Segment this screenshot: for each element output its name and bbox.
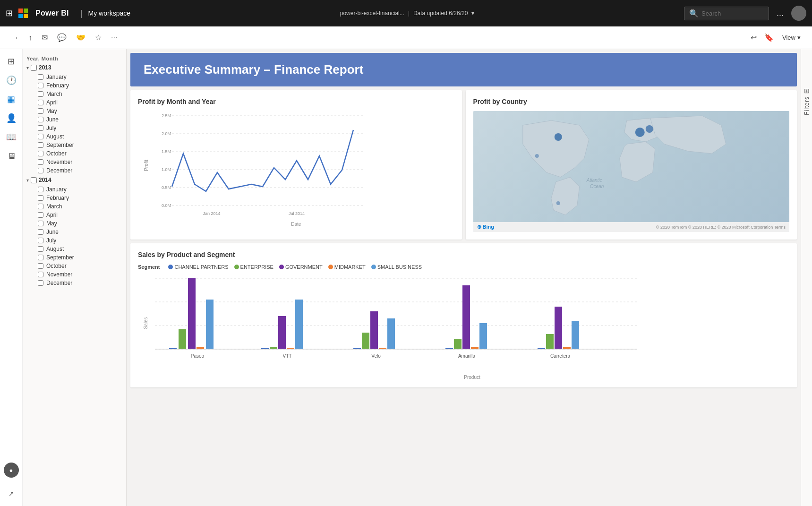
data-updated: Data updated 6/26/20 bbox=[413, 10, 468, 17]
filter-month-dec-2013[interactable]: December bbox=[23, 166, 126, 175]
filter-month-may-2014[interactable]: May bbox=[23, 219, 126, 228]
nav-people-icon[interactable]: 👤 bbox=[3, 110, 20, 127]
nav-recent-icon[interactable]: 🕐 bbox=[3, 72, 20, 89]
more-options-button[interactable]: ... bbox=[773, 7, 787, 20]
filter-month-sep-2014[interactable]: September bbox=[23, 253, 126, 262]
small-business-dot bbox=[371, 265, 376, 269]
teams-icon[interactable]: 🤝 bbox=[72, 30, 89, 45]
apps-icon[interactable]: ⊞ bbox=[6, 8, 13, 18]
filter-month-apr-2013[interactable]: April bbox=[23, 98, 126, 107]
file-info: power-bi-excel-financial... | Data updat… bbox=[340, 10, 475, 17]
svg-text:Amarilla: Amarilla bbox=[458, 353, 476, 359]
more-toolbar-icon[interactable]: ··· bbox=[107, 31, 121, 45]
svg-text:Ocean: Ocean bbox=[590, 184, 604, 189]
microsoft-logo bbox=[18, 9, 28, 18]
filter-month-nov-2014[interactable]: November bbox=[23, 270, 126, 279]
svg-rect-48 bbox=[479, 323, 487, 349]
checkbox-2014[interactable] bbox=[31, 177, 37, 183]
map-background: Atlantic Ocean bbox=[473, 111, 790, 222]
bookmark-icon[interactable]: 🔖 bbox=[761, 31, 777, 44]
nav-avatar[interactable]: ● bbox=[4, 463, 19, 478]
right-filter-panel[interactable]: ⊞ Filters bbox=[801, 49, 812, 506]
svg-point-16 bbox=[554, 133, 562, 141]
view-button[interactable]: View ▾ bbox=[778, 32, 804, 43]
svg-text:Jul 2014: Jul 2014 bbox=[289, 211, 305, 216]
filter-month-sep-2013[interactable]: September bbox=[23, 141, 126, 149]
report-header: Executive Summary – Finance Report bbox=[130, 53, 797, 86]
filter-month-oct-2013[interactable]: October bbox=[23, 149, 126, 158]
search-box[interactable]: 🔍 bbox=[684, 7, 769, 20]
map-attribution[interactable]: © 2020 TomTom © 2020 HERE; © 2020 Micros… bbox=[656, 225, 786, 230]
svg-rect-38 bbox=[295, 300, 303, 349]
filter-month-may-2013[interactable]: May bbox=[23, 107, 126, 115]
svg-text:Velo: Velo bbox=[371, 353, 381, 359]
svg-rect-53 bbox=[572, 321, 579, 349]
checkbox-2013[interactable] bbox=[31, 65, 37, 71]
view-label: View bbox=[782, 34, 795, 41]
svg-point-20 bbox=[645, 125, 653, 133]
star-icon[interactable]: ☆ bbox=[91, 30, 105, 45]
svg-rect-43 bbox=[387, 318, 395, 349]
email-icon[interactable]: ✉ bbox=[38, 30, 51, 45]
filter-month-jul-2014[interactable]: July bbox=[23, 236, 126, 245]
sales-x-label: Product bbox=[155, 375, 789, 380]
search-input[interactable] bbox=[701, 10, 764, 17]
filter-panel: Year, Month ▾ 2013 January February Marc… bbox=[23, 49, 127, 506]
filter-month-dec-2014[interactable]: December bbox=[23, 279, 126, 287]
share-icon[interactable]: ↑ bbox=[25, 31, 36, 45]
segment-legend-label: Segment bbox=[138, 264, 160, 270]
filter-month-jan-2014[interactable]: January bbox=[23, 185, 126, 194]
user-avatar[interactable] bbox=[791, 6, 806, 21]
sales-product-chart: Sales by Product and Segment Segment CHA… bbox=[130, 243, 797, 387]
profit-y-label: Profit bbox=[144, 160, 149, 171]
filter-month-jun-2013[interactable]: June bbox=[23, 115, 126, 124]
svg-rect-45 bbox=[454, 339, 462, 349]
svg-rect-30 bbox=[179, 329, 186, 349]
back-icon[interactable]: → bbox=[8, 31, 23, 45]
filter-month-feb-2014[interactable]: February bbox=[23, 194, 126, 202]
nav-home-icon[interactable]: ⊞ bbox=[3, 53, 20, 70]
filter-month-jun-2014[interactable]: June bbox=[23, 228, 126, 236]
legend-channel-partners: CHANNEL PARTNERS bbox=[168, 264, 228, 270]
undo-icon[interactable]: ↩ bbox=[748, 31, 760, 44]
profit-month-chart: Profit by Month and Year Profit 2.5M 2.0… bbox=[130, 90, 462, 240]
svg-text:VTT: VTT bbox=[283, 353, 292, 359]
filter-year-2014[interactable]: ▾ 2014 bbox=[23, 175, 126, 185]
nav-book-icon[interactable]: 📖 bbox=[3, 129, 20, 146]
nav-dashboard-icon[interactable]: ▦ bbox=[3, 91, 20, 108]
filter-month-apr-2014[interactable]: April bbox=[23, 211, 126, 219]
svg-text:Atlantic: Atlantic bbox=[586, 178, 602, 183]
legend-government: GOVERNMENT bbox=[279, 264, 323, 270]
filter-month-jul-2013[interactable]: July bbox=[23, 124, 126, 132]
svg-rect-51 bbox=[555, 307, 562, 349]
charts-grid: Profit by Month and Year Profit 2.5M 2.0… bbox=[127, 86, 801, 391]
svg-text:2.0M: 2.0M bbox=[162, 131, 171, 136]
svg-text:2.5M: 2.5M bbox=[162, 113, 171, 118]
powerbi-brand: Power BI bbox=[35, 9, 69, 17]
legend-small-business: SMALL BUSINESS bbox=[371, 264, 422, 270]
svg-rect-41 bbox=[370, 311, 378, 349]
filter-month-aug-2013[interactable]: August bbox=[23, 132, 126, 141]
filter-month-feb-2013[interactable]: February bbox=[23, 81, 126, 90]
sales-y-label: Sales bbox=[143, 317, 148, 329]
filter-month-mar-2013[interactable]: March bbox=[23, 90, 126, 98]
filters-vertical-label: Filters bbox=[803, 96, 810, 115]
svg-rect-35 bbox=[270, 347, 277, 349]
comment-icon[interactable]: 💬 bbox=[53, 30, 70, 45]
svg-rect-52 bbox=[563, 347, 571, 349]
midmarket-label: MIDMARKET bbox=[334, 264, 366, 270]
nav-monitor-icon[interactable]: 🖥 bbox=[3, 147, 20, 164]
filter-month-jan-2013[interactable]: January bbox=[23, 73, 126, 81]
workspace-label[interactable]: My workspace bbox=[88, 9, 130, 17]
profit-x-label: Date bbox=[138, 222, 454, 227]
svg-text:0.5M: 0.5M bbox=[162, 185, 171, 190]
channel-partners-dot bbox=[168, 265, 173, 269]
nav-expand-icon[interactable]: ↗ bbox=[3, 485, 20, 502]
filter-month-nov-2013[interactable]: November bbox=[23, 158, 126, 166]
filter-month-oct-2014[interactable]: October bbox=[23, 262, 126, 270]
filter-month-aug-2014[interactable]: August bbox=[23, 245, 126, 253]
chevron-down-icon[interactable]: ▾ bbox=[471, 10, 474, 17]
year-2013-label: 2013 bbox=[39, 64, 51, 71]
filter-month-mar-2014[interactable]: March bbox=[23, 202, 126, 211]
filter-year-2013[interactable]: ▾ 2013 bbox=[23, 62, 126, 73]
